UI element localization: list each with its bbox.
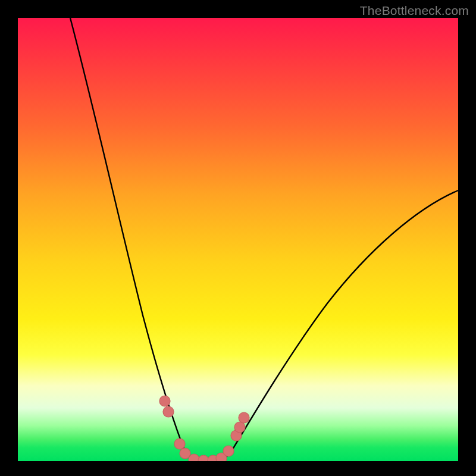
plot-gradient-area xyxy=(18,18,458,461)
watermark-text: TheBottleneck.com xyxy=(360,4,469,18)
chart-canvas: TheBottleneck.com xyxy=(0,0,476,476)
